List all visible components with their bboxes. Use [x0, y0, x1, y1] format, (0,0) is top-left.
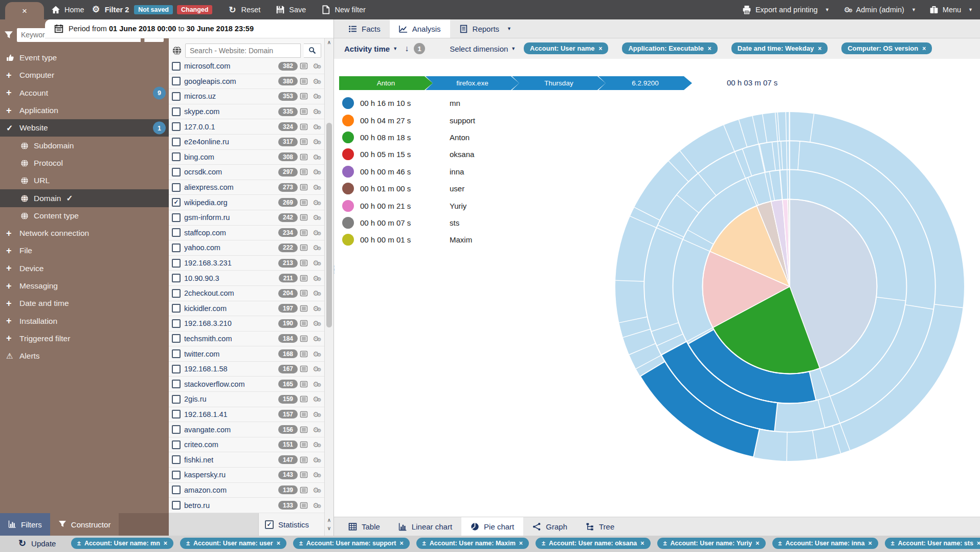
period-bar[interactable]: Period from 01 June 2018 00:00 to 30 Jun…	[45, 19, 333, 38]
update-button[interactable]: ↻ Update	[18, 538, 56, 549]
domain-row-yahoo-com[interactable]: yahoo.com222⚙⚙	[169, 240, 324, 256]
value-chip-mn[interactable]: ±Account: User name: mn×	[71, 538, 173, 549]
details-icon[interactable]	[298, 426, 310, 434]
details-icon[interactable]	[298, 244, 310, 252]
reset-button[interactable]: ↻ Reset	[228, 5, 260, 14]
sidebar-item-messaging[interactable]: +Messaging	[0, 277, 169, 295]
details-icon[interactable]	[298, 107, 310, 116]
details-icon[interactable]	[298, 380, 310, 388]
domain-row-betro-ru[interactable]: betro.ru133⚙⚙	[169, 498, 324, 513]
domain-row-bing-com[interactable]: bing.com308⚙⚙	[169, 150, 324, 165]
sidebar-item-installation[interactable]: +Installation	[0, 312, 169, 329]
details-icon[interactable]	[298, 123, 310, 131]
domain-checkbox[interactable]	[172, 152, 181, 161]
value-chip-inna[interactable]: ±Account: User name: inna×	[772, 538, 878, 549]
details-icon[interactable]	[298, 168, 310, 176]
settings-gears-icon[interactable]: ⚙⚙	[310, 410, 322, 418]
domain-name[interactable]: yahoo.com	[184, 244, 220, 252]
sidebar-item-file[interactable]: +File	[0, 242, 169, 259]
domain-name[interactable]: 192.168.3.231	[184, 259, 232, 267]
settings-gears-icon[interactable]: ⚙⚙	[310, 380, 322, 388]
domain-checkbox[interactable]	[172, 440, 181, 449]
domain-row-2gis-ru[interactable]: 2gis.ru159⚙⚙	[169, 392, 324, 407]
domain-row-kickidler-com[interactable]: kickidler.com197⚙⚙	[169, 301, 324, 317]
domain-checkbox[interactable]	[172, 304, 181, 313]
domain-checkbox[interactable]	[172, 259, 181, 268]
chip-toggle-sign[interactable]: ±	[542, 540, 545, 547]
breadcrumb-segment-thursday[interactable]: Thursday	[512, 76, 606, 90]
domain-checkbox[interactable]	[172, 92, 181, 101]
sidebar-item-protocol[interactable]: Protocol	[0, 154, 169, 172]
domain-row-kaspersky-ru[interactable]: kaspersky.ru143⚙⚙	[169, 468, 324, 483]
scroll-up-icon[interactable]: ∧	[325, 516, 333, 524]
domain-checkbox[interactable]	[172, 183, 181, 192]
settings-gears-icon[interactable]: ⚙⚙	[310, 213, 322, 222]
domain-checkbox[interactable]	[172, 334, 181, 343]
breadcrumb-segment-firefox-exe[interactable]: firefox.exe	[426, 76, 519, 90]
settings-gears-icon[interactable]: ⚙⚙	[310, 123, 322, 131]
list-scrollbar[interactable]: ∧	[324, 38, 333, 513]
domain-name[interactable]: e2e4online.ru	[184, 138, 229, 146]
domain-checkbox[interactable]	[172, 471, 181, 479]
remove-icon[interactable]: ×	[400, 540, 404, 547]
remove-icon[interactable]: ×	[755, 540, 759, 547]
settings-gears-icon[interactable]: ⚙⚙	[310, 426, 322, 434]
domain-checkbox[interactable]	[172, 289, 181, 298]
domain-checkbox[interactable]	[172, 138, 181, 146]
settings-gears-icon[interactable]: ⚙⚙	[310, 62, 322, 70]
domain-name[interactable]: stackoverflow.com	[184, 380, 244, 388]
domain-name[interactable]: microsoft.com	[184, 62, 230, 70]
domain-checkbox[interactable]	[172, 455, 181, 464]
sidebar-item-event-type[interactable]: Event type	[0, 49, 169, 67]
sidebar-item-application[interactable]: +Application	[0, 102, 169, 119]
settings-gears-icon[interactable]: ⚙⚙	[310, 274, 322, 282]
settings-gears-icon[interactable]: ⚙⚙	[310, 138, 322, 146]
details-icon[interactable]	[298, 501, 310, 510]
details-icon[interactable]	[298, 153, 310, 161]
domain-checkbox[interactable]	[172, 77, 181, 85]
details-icon[interactable]	[298, 274, 310, 282]
settings-gears-icon[interactable]: ⚙⚙	[310, 289, 322, 297]
legend-item-user[interactable]: 00 h 01 m 00 suser	[342, 180, 475, 197]
domain-row-192-168-1-58[interactable]: 192.168.1.58167⚙⚙	[169, 362, 324, 377]
domain-row-10-90-90-3[interactable]: 10.90.90.3211⚙⚙	[169, 271, 324, 286]
tab-filters[interactable]: Filters	[0, 513, 50, 536]
dimension-chip-computer-os-version[interactable]: Computer: OS version×	[841, 42, 932, 54]
domain-checkbox[interactable]	[172, 380, 181, 388]
sidebar-item-triggered-filter[interactable]: +Triggered filter	[0, 330, 169, 347]
sunburst-chart[interactable]	[615, 112, 965, 461]
domain-checkbox[interactable]	[172, 228, 181, 237]
domain-checkbox[interactable]	[172, 107, 181, 116]
legend-item-inna[interactable]: 00 h 00 m 46 sinna	[342, 163, 475, 180]
sort-direction-button[interactable]: ↓	[405, 44, 409, 53]
details-icon[interactable]	[298, 183, 310, 191]
domain-row-googleapis-com[interactable]: googleapis.com380⚙⚙	[169, 74, 324, 90]
domain-checkbox[interactable]: ✓	[172, 198, 181, 207]
sidebar-item-account[interactable]: +Account9	[0, 84, 169, 102]
details-icon[interactable]	[298, 395, 310, 403]
dimension-chip-account-user-name[interactable]: Account: User name×	[524, 42, 608, 54]
sidebar-item-date-and-time[interactable]: +Date and time	[0, 295, 169, 312]
remove-icon[interactable]: ×	[977, 540, 980, 547]
settings-gears-icon[interactable]: ⚙⚙	[310, 168, 322, 176]
details-icon[interactable]	[298, 471, 310, 479]
admin-menu[interactable]: ⚙⚙ Admin (admin)▼	[843, 5, 916, 14]
domain-checkbox[interactable]	[172, 425, 181, 434]
tab-analysis[interactable]: Analysis	[390, 19, 450, 38]
statistics-toggle[interactable]: ✓ Statistics	[258, 513, 325, 536]
settings-gears-icon[interactable]: ⚙⚙	[310, 395, 322, 403]
domain-checkbox[interactable]	[172, 501, 181, 510]
measure-dropdown[interactable]: Activity time▼	[344, 45, 397, 53]
domain-checkbox[interactable]	[172, 365, 181, 373]
breadcrumb-segment-6-2-9200[interactable]: 6.2.9200	[598, 76, 692, 90]
domain-checkbox[interactable]	[172, 62, 181, 71]
remove-icon[interactable]: ×	[164, 540, 167, 547]
details-icon[interactable]	[298, 138, 310, 146]
settings-gears-icon[interactable]: ⚙⚙	[310, 440, 322, 449]
value-chip-user[interactable]: ±Account: User name: user×	[180, 538, 286, 549]
legend-item-support[interactable]: 00 h 04 m 27 ssupport	[342, 112, 475, 128]
domain-row-ocrsdk-com[interactable]: ocrsdk.com297⚙⚙	[169, 165, 324, 180]
settings-gears-icon[interactable]: ⚙⚙	[310, 153, 322, 161]
domain-name[interactable]: skype.com	[184, 107, 219, 116]
domain-name[interactable]: kaspersky.ru	[184, 471, 226, 479]
